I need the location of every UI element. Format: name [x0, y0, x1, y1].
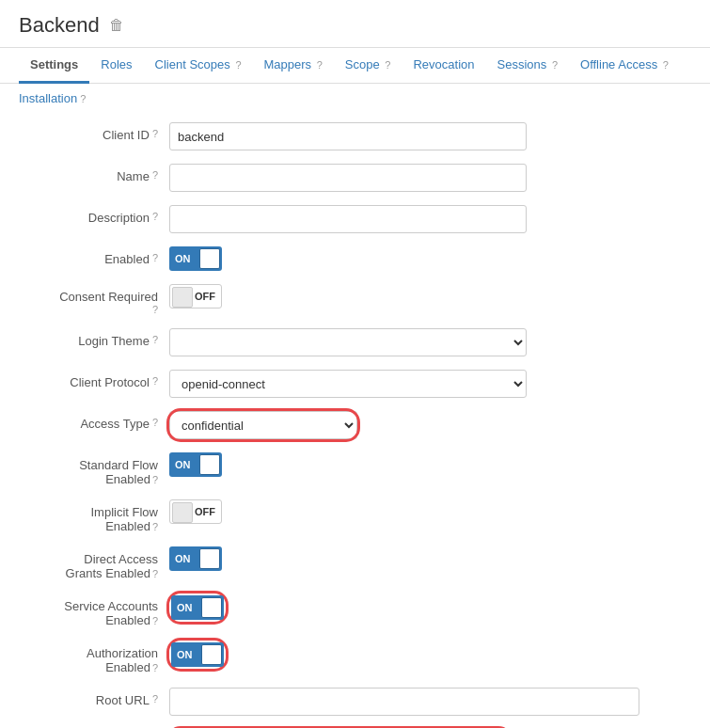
service-accounts-help-icon: ? [152, 615, 158, 626]
description-input[interactable] [169, 205, 527, 233]
direct-access-knob [199, 548, 220, 569]
enabled-help-icon: ? [152, 252, 158, 263]
authorization-label: Authorization Enabled ? [19, 641, 169, 674]
tab-offline-access[interactable]: Offline Access ? [569, 48, 680, 84]
client-id-input[interactable] [169, 122, 527, 150]
name-row: Name ? [19, 164, 691, 192]
service-accounts-toggle[interactable]: ON [171, 595, 224, 620]
login-theme-select[interactable]: keycloak rh-sso [169, 328, 527, 356]
access-type-control: confidential public bearer-only [169, 411, 527, 439]
consent-required-row: Consent Required ? OFF [19, 284, 691, 315]
login-theme-control: keycloak rh-sso [169, 328, 527, 356]
service-accounts-control: ON [169, 593, 527, 622]
login-theme-row: Login Theme ? keycloak rh-sso [19, 328, 691, 356]
tab-client-scopes[interactable]: Client Scopes ? [144, 48, 253, 84]
tab-scope[interactable]: Scope ? [334, 48, 402, 84]
implicit-flow-row: Implicit Flow Enabled ? OFF [19, 499, 691, 533]
client-protocol-select[interactable]: openid-connect saml [169, 370, 527, 398]
consent-toggle-knob [172, 287, 193, 308]
consent-help-icon: ? [152, 304, 158, 315]
access-type-select[interactable]: confidential public bearer-only [169, 411, 357, 439]
authorization-knob [201, 644, 222, 665]
settings-form: Client ID ? Name ? Description ? Enabled… [0, 113, 710, 728]
tabs-bar: Settings Roles Client Scopes ? Mappers ?… [0, 48, 710, 84]
client-id-control [169, 122, 527, 150]
root-url-control [169, 688, 639, 716]
offline-access-help-icon: ? [663, 59, 669, 71]
installation-link[interactable]: Installation ? [0, 84, 710, 113]
direct-access-row: Direct Access Grants Enabled ? ON [19, 546, 691, 580]
service-accounts-label: Service Accounts Enabled ? [19, 593, 169, 627]
name-label: Name ? [19, 164, 169, 183]
tab-sessions[interactable]: Sessions ? [486, 48, 570, 84]
root-url-row: Root URL ? [19, 688, 691, 716]
service-accounts-row: Service Accounts Enabled ? ON [19, 593, 691, 627]
mappers-help-icon: ? [317, 59, 323, 71]
enabled-toggle[interactable]: ON [169, 246, 222, 271]
description-help-icon: ? [152, 211, 158, 222]
enabled-control: ON [169, 246, 527, 271]
client-id-row: Client ID ? [19, 122, 691, 150]
implicit-flow-control: OFF [169, 499, 527, 524]
enabled-label: Enabled ? [19, 246, 169, 266]
direct-access-label: Direct Access Grants Enabled ? [19, 546, 169, 580]
name-control [169, 164, 527, 192]
service-accounts-knob [201, 597, 222, 618]
tab-settings[interactable]: Settings [19, 48, 89, 84]
standard-flow-toggle[interactable]: ON [169, 452, 222, 477]
installation-help-icon: ? [80, 93, 86, 104]
implicit-flow-knob [172, 502, 193, 523]
implicit-flow-label: Implicit Flow Enabled ? [19, 499, 169, 533]
direct-access-help-icon: ? [152, 568, 158, 579]
page-header: Backend 🗑 [0, 0, 710, 48]
client-id-help-icon: ? [152, 128, 158, 139]
access-type-row: Access Type ? confidential public bearer… [19, 411, 691, 439]
client-protocol-row: Client Protocol ? openid-connect saml [19, 370, 691, 398]
sessions-help-icon: ? [552, 59, 558, 71]
direct-access-control: ON [169, 546, 527, 571]
scope-help-icon: ? [385, 59, 390, 71]
tab-revocation[interactable]: Revocation [402, 48, 485, 84]
root-url-help-icon: ? [152, 693, 158, 704]
implicit-flow-help-icon: ? [152, 521, 158, 532]
enabled-toggle-knob [199, 248, 220, 269]
name-input[interactable] [169, 164, 527, 192]
login-theme-help-icon: ? [152, 334, 158, 345]
login-theme-label: Login Theme ? [19, 328, 169, 348]
standard-flow-help-icon: ? [152, 474, 158, 485]
standard-flow-control: ON [169, 452, 527, 477]
authorization-circled: ON [169, 641, 226, 669]
client-protocol-help-icon: ? [152, 375, 158, 387]
authorization-row: Authorization Enabled ? ON [19, 641, 691, 674]
standard-flow-row: Standard Flow Enabled ? ON [19, 452, 691, 486]
client-protocol-control: openid-connect saml [169, 370, 527, 398]
consent-required-control: OFF [169, 284, 527, 309]
name-help-icon: ? [152, 169, 158, 181]
client-scopes-help-icon: ? [235, 59, 241, 71]
description-control [169, 205, 527, 233]
client-id-label: Client ID ? [19, 122, 169, 142]
description-label: Description ? [19, 205, 169, 225]
direct-access-toggle[interactable]: ON [169, 546, 222, 571]
tab-roles[interactable]: Roles [89, 48, 143, 84]
standard-flow-label: Standard Flow Enabled ? [19, 452, 169, 486]
access-type-help-icon: ? [152, 417, 158, 428]
implicit-flow-toggle[interactable]: OFF [169, 499, 222, 524]
trash-icon[interactable]: 🗑 [109, 17, 124, 34]
tab-mappers[interactable]: Mappers ? [253, 48, 334, 84]
access-type-circled: confidential public bearer-only [169, 411, 357, 439]
root-url-label: Root URL ? [19, 688, 169, 707]
client-protocol-label: Client Protocol ? [19, 370, 169, 389]
access-type-label: Access Type ? [19, 411, 169, 431]
root-url-input[interactable] [169, 688, 639, 716]
authorization-control: ON [169, 641, 527, 669]
authorization-help-icon: ? [152, 662, 158, 673]
authorization-toggle[interactable]: ON [171, 642, 224, 667]
description-row: Description ? [19, 205, 691, 233]
enabled-row: Enabled ? ON [19, 246, 691, 271]
consent-required-toggle[interactable]: OFF [169, 284, 222, 309]
page-title: Backend [19, 13, 100, 38]
standard-flow-knob [199, 454, 220, 475]
service-accounts-circled: ON [169, 593, 226, 622]
consent-required-label: Consent Required ? [19, 284, 169, 315]
